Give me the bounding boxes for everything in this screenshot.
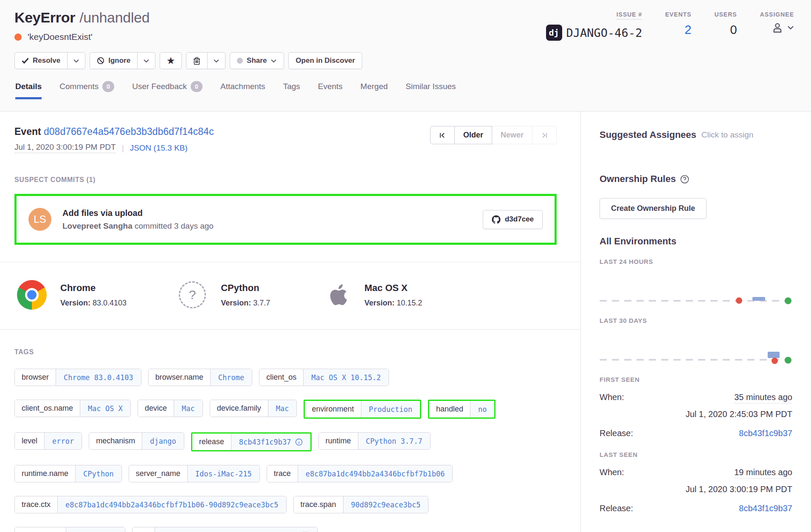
- bookmark-button[interactable]: ★: [160, 52, 182, 69]
- assignee-dropdown[interactable]: [771, 21, 794, 34]
- last-30-days-label: LAST 30 DAYS: [600, 317, 792, 324]
- event-json-link[interactable]: JSON (15.3 KB): [130, 143, 188, 153]
- github-icon: [492, 215, 501, 224]
- first-seen-absolute: Jul 1, 2020 2:45:03 PM PDT: [600, 409, 792, 419]
- tag-value-link[interactable]: 90d892c9eace3bc5: [343, 496, 428, 513]
- share-button[interactable]: Share: [230, 52, 284, 69]
- action-toolbar: Resolve Ignore ★ Share: [14, 52, 794, 69]
- chevron-down-icon: [213, 59, 220, 63]
- tab-label: Attachments: [220, 82, 265, 91]
- tag-handled: handledno: [428, 400, 496, 419]
- older-event-button[interactable]: Older: [455, 126, 492, 144]
- suspect-commits-heading: SUSPECT COMMITS (1): [14, 176, 557, 184]
- resolve-button[interactable]: Resolve: [14, 52, 68, 69]
- tag-value-link[interactable]: error: [44, 433, 82, 449]
- commit-sha-button[interactable]: d3d7cee: [483, 210, 543, 229]
- tag-runtime: runtimeCPython 3.7.7: [318, 432, 431, 450]
- tag-value-link[interactable]: Mac OS X: [80, 400, 130, 417]
- tab-details[interactable]: Details: [15, 81, 42, 99]
- os-context-card: Mac OS X Version: 10.15.2: [321, 280, 422, 310]
- resolve-dropdown-button[interactable]: [68, 52, 85, 69]
- tab-merged[interactable]: Merged: [360, 81, 388, 99]
- last-seen-marker: [785, 357, 791, 364]
- tag-key: runtime.name: [15, 465, 75, 482]
- tag-value-link[interactable]: CPython 3.7.7: [358, 433, 430, 449]
- tag-value-link[interactable]: 8cb43f1c9b37: [231, 434, 310, 450]
- last-seen-label: LAST SEEN: [600, 451, 792, 458]
- tag-key: server_name: [129, 465, 187, 482]
- runtime-context-card: ? CPython Version: 3.7.7: [177, 280, 270, 310]
- tag-value-link[interactable]: e8c87ba1dc494bb2a4346bcfbf7b1b06-90d892c…: [57, 496, 286, 513]
- oldest-event-button[interactable]: [430, 126, 455, 144]
- event-bar: [768, 352, 780, 358]
- suggested-assignees-title: Suggested Assignees: [600, 129, 696, 140]
- tab-comments[interactable]: Comments0: [59, 81, 114, 99]
- tab-label: Events: [318, 82, 343, 91]
- tags-heading: TAGS: [14, 348, 557, 356]
- commit-author-line: Lovepreet Sangha committed 3 days ago: [62, 221, 483, 231]
- tab-attachments[interactable]: Attachments: [220, 81, 265, 99]
- resolve-label: Resolve: [33, 56, 60, 65]
- newer-event-button[interactable]: Newer: [492, 126, 532, 144]
- info-icon[interactable]: [295, 438, 303, 446]
- ignore-dropdown-button[interactable]: [138, 52, 155, 69]
- when-label: When:: [600, 392, 624, 402]
- delete-button[interactable]: [186, 52, 208, 69]
- tag-level: levelerror: [14, 432, 82, 450]
- events-count[interactable]: 2: [684, 23, 691, 37]
- tag-value-link[interactable]: Mac OS X 10.15.2: [303, 369, 389, 386]
- tag-key: runtime: [319, 433, 358, 449]
- tab-tags[interactable]: Tags: [283, 81, 300, 99]
- tag-value-link[interactable]: no: [470, 401, 494, 417]
- tab-similar-issues[interactable]: Similar Issues: [406, 81, 456, 99]
- issue-header: KeyError/unhandled 'keyDoesntExist' ISSU…: [0, 0, 811, 112]
- first-seen-relative: 35 minutes ago: [734, 392, 792, 403]
- event-pagination: Older Newer: [430, 126, 557, 144]
- tag-value-link[interactable]: Idos-iMac-215: [187, 465, 259, 482]
- first-seen-marker: [736, 297, 742, 304]
- trash-icon: [193, 57, 200, 65]
- apple-icon: [321, 280, 351, 310]
- last-24-hours-chart: [600, 265, 792, 306]
- tag-key: client_os.name: [15, 400, 80, 417]
- meta-separator: |: [122, 143, 124, 153]
- tag-value-link[interactable]: CPython: [75, 465, 121, 482]
- tag-value-link[interactable]: django: [142, 433, 183, 449]
- event-details-panel: Event d08d7667e4a5476eb3b3db6d7f14c84c J…: [0, 112, 580, 532]
- tab-label: Details: [15, 82, 42, 91]
- tag-value-link[interactable]: Chrome: [210, 369, 252, 386]
- tag-environment: environmentProduction: [304, 400, 421, 419]
- tag-value-link[interactable]: Chrome 83.0.4103: [56, 369, 141, 386]
- tag-value-link[interactable]: Production: [361, 401, 420, 417]
- help-icon[interactable]: [680, 175, 689, 184]
- users-count[interactable]: 0: [730, 23, 737, 37]
- tag-value-link[interactable]: Mac: [174, 400, 203, 417]
- first-seen-release-link[interactable]: 8cb43f1c9b37: [739, 428, 792, 438]
- skip-to-latest-button[interactable]: [532, 126, 557, 144]
- context-name: CPython: [221, 283, 270, 294]
- tag-key: url: [132, 527, 155, 532]
- tag-mechanism: mechanismdjango: [89, 432, 184, 450]
- create-ownership-rule-button[interactable]: Create Ownership Rule: [600, 198, 707, 219]
- delete-dropdown-button[interactable]: [208, 52, 225, 69]
- ignore-button[interactable]: Ignore: [90, 52, 138, 69]
- tag-value-link[interactable]: e8c87ba1dc494bb2a4346bcfbf7b1b06: [298, 465, 453, 482]
- tag-key: release: [192, 434, 231, 450]
- tag-value-link[interactable]: /unhandled: [66, 527, 125, 532]
- tag-value-link[interactable]: Mac: [268, 400, 297, 417]
- tag-key: device: [138, 400, 174, 417]
- commit-author: Lovepreet Sangha: [62, 221, 132, 230]
- open-in-discover-button[interactable]: Open in Discover: [288, 52, 362, 69]
- tab-user-feedback[interactable]: User Feedback0: [132, 81, 203, 99]
- tag-key: handled: [429, 401, 470, 417]
- version-value: 3.7.7: [253, 299, 270, 307]
- tag-key: browser: [15, 369, 56, 386]
- first-seen-label: FIRST SEEN: [600, 376, 792, 383]
- last-seen-release-link[interactable]: 8cb43f1c9b37: [739, 504, 792, 513]
- first-seen-marker: [772, 358, 778, 364]
- commit-message: Add files via upload: [62, 208, 483, 218]
- ownership-rules-title: Ownership Rules: [600, 174, 676, 185]
- tag-value-link[interactable]: http://localhost:8000/unhandled: [155, 527, 317, 532]
- event-id-link[interactable]: d08d7667e4a5476eb3b3db6d7f14c84c: [44, 126, 214, 137]
- tab-events[interactable]: Events: [318, 81, 343, 99]
